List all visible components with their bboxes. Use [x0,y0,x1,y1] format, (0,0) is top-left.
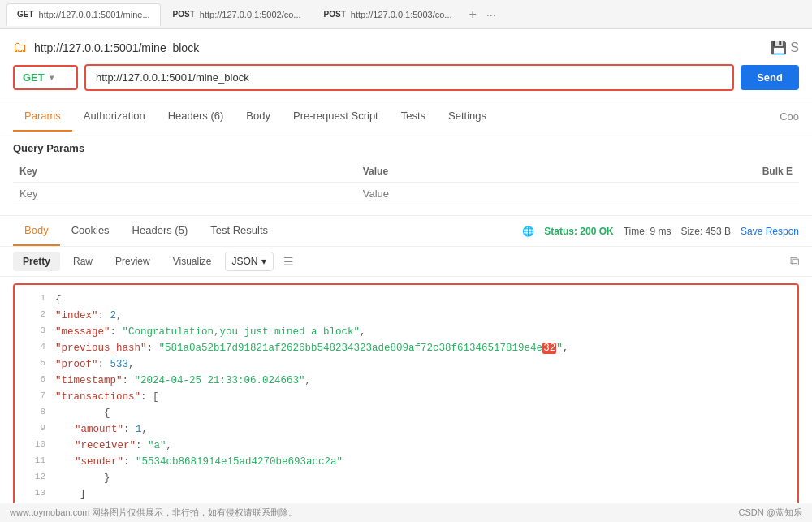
tab-1[interactable]: GET http://127.0.0.1:5001/mine... [6,3,161,26]
response-tab-body[interactable]: Body [13,216,60,246]
tab-2[interactable]: POST http://127.0.0.1:5002/co... [162,3,312,26]
address-bar-top: 🗂 http://127.0.0.1:5001/mine_block 💾 S [13,39,799,56]
method-select[interactable]: GET ▾ [13,65,78,90]
json-format-label: JSON [232,256,258,267]
tab-bar: GET http://127.0.0.1:5001/mine... POST h… [0,0,812,29]
save-response-button[interactable]: Save Respon [741,226,799,237]
sub-tab-preview[interactable]: Preview [106,252,160,271]
request-name: http://127.0.0.1:5001/mine_block [34,41,199,54]
json-line-9: 9 "amount": 1, [15,421,797,438]
filter-icon[interactable]: ☰ [283,255,294,268]
response-tab-cookies[interactable]: Cookies [60,216,121,246]
nav-tabs: Params Authorization Headers (6) Body Pr… [0,101,812,132]
json-format-select[interactable]: JSON ▾ [225,252,274,271]
response-tabs-bar: Body Cookies Headers (5) Test Results 🌐 … [0,216,812,247]
json-line-1: 1 { [15,291,797,308]
send-button[interactable]: Send [741,65,799,90]
tab-3-url: http://127.0.0.1:5003/co... [351,10,452,19]
response-status: 🌐 Status: 200 OK Time: 9 ms Size: 453 B … [522,226,799,237]
tab-body[interactable]: Body [235,101,282,132]
url-input[interactable] [84,64,734,91]
tab-cookies-extra[interactable]: Coo [780,110,799,123]
response-area: Body Cookies Headers (5) Test Results 🌐 … [0,216,812,522]
copy-icon[interactable]: ⧉ [790,254,799,269]
sub-tab-visualize[interactable]: Visualize [163,252,222,271]
col-key-header: Key [13,161,356,183]
json-body: 1 { 2 "index": 2, 3 "message": "Congratu… [13,283,799,522]
response-tab-headers[interactable]: Headers (5) [121,216,200,246]
json-dropdown-arrow-icon: ▾ [261,256,266,267]
request-area: 🗂 http://127.0.0.1:5001/mine_block 💾 S G… [0,29,812,101]
response-tab-test-results[interactable]: Test Results [199,216,279,246]
collection-icon: 🗂 [13,39,28,56]
params-row-empty [13,183,799,205]
bottom-bar-left: www.toymoban.com 网络图片仅供展示，非行拍，如有侵权请联系删除。 [10,507,297,519]
json-line-10: 10 "receiver": "a", [15,438,797,454]
more-tabs-button[interactable]: ··· [483,8,499,21]
col-value-header: Value [356,161,700,183]
params-section: Query Params Key Value Bulk E [0,132,812,216]
sub-tab-pretty[interactable]: Pretty [13,252,60,271]
body-sub-tabs: Pretty Raw Preview Visualize JSON ▾ ☰ ⧉ [0,247,812,277]
tab-settings[interactable]: Settings [437,101,498,132]
col-bulk-header: Bulk E [699,161,799,183]
tab-1-url: http://127.0.0.1:5001/mine... [39,10,150,19]
tab-headers[interactable]: Headers (6) [157,101,235,132]
json-line-7: 7 "transactions": [ [15,389,797,405]
tab-3-method: POST [324,10,346,19]
json-line-8: 8 { [15,405,797,421]
response-size: Size: 453 B [681,226,731,237]
json-line-5: 5 "proof": 533, [15,356,797,373]
tab-authorization[interactable]: Authorization [72,101,157,132]
json-line-12: 12 } [15,470,797,486]
params-table: Key Value Bulk E [13,161,799,205]
tab-3[interactable]: POST http://127.0.0.1:5003/co... [313,3,463,26]
method-arrow-icon: ▾ [50,73,54,82]
tab-2-method: POST [173,10,195,19]
globe-icon: 🌐 [522,226,534,237]
tab-1-method: GET [17,10,34,19]
query-params-title: Query Params [13,142,799,154]
tab-tests[interactable]: Tests [390,101,437,132]
tab-params[interactable]: Params [13,101,72,132]
json-line-3: 3 "message": "Congratulation,you just mi… [15,324,797,340]
new-tab-button[interactable]: + [464,7,482,22]
json-line-6: 6 "timestamp": "2024-04-25 21:33:06.0246… [15,373,797,389]
param-key-input[interactable] [19,188,350,200]
param-value-input[interactable] [363,188,693,200]
status-200: Status: 200 OK [544,226,613,237]
json-line-11: 11 "sender": "5534cb8681914e15ad4270be69… [15,454,797,470]
save-icon[interactable]: 💾 S [771,40,799,55]
sub-tab-raw[interactable]: Raw [63,252,102,271]
response-time: Time: 9 ms [624,226,672,237]
tab-2-url: http://127.0.0.1:5002/co... [200,10,301,19]
json-line-2: 2 "index": 2, [15,308,797,324]
json-line-13: 13 ] [15,486,797,503]
tab-pre-request[interactable]: Pre-request Script [282,101,390,132]
bottom-bar-right: CSDN @蓝知乐 [739,507,802,519]
json-line-4: 4 "previous_hash": "581a0a52b17d91821af2… [15,340,797,356]
url-bar: GET ▾ Send [13,64,799,91]
bottom-bar: www.toymoban.com 网络图片仅供展示，非行拍，如有侵权请联系删除。… [0,503,812,522]
method-label: GET [23,71,45,84]
